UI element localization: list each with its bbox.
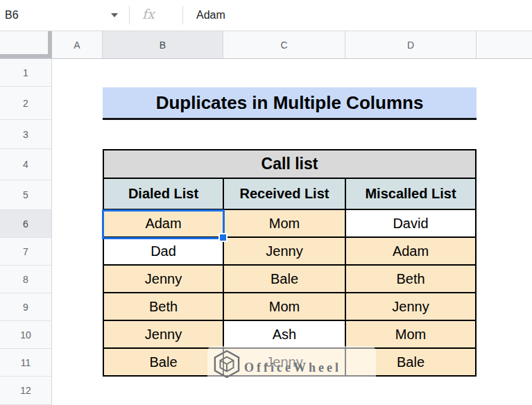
table-cell[interactable]: Jenny (104, 321, 223, 347)
call-list-table: Call list Dialed List Received List Misc… (103, 149, 477, 377)
divider (182, 6, 183, 24)
table-cell[interactable]: Adam (104, 210, 223, 236)
table-cell[interactable]: Ash (224, 321, 345, 347)
row-header-11[interactable]: 11 (0, 349, 52, 377)
formula-bar: B6 fx Adam (0, 0, 532, 31)
table-column-header[interactable]: Received List (224, 179, 345, 209)
column-header-e[interactable] (477, 31, 532, 58)
table-cell[interactable]: Mom (224, 210, 345, 236)
name-box-dropdown-icon[interactable] (111, 13, 118, 17)
table-cell[interactable]: Dad (104, 238, 223, 264)
table-cell[interactable]: Beth (104, 293, 223, 320)
column-header-a[interactable]: A (52, 31, 103, 58)
table-cell[interactable]: Jenny (346, 293, 475, 320)
row-header-7[interactable]: 7 (0, 238, 52, 266)
table-cell[interactable]: Mom (224, 293, 345, 320)
table-cell[interactable]: Mom (346, 321, 475, 347)
officewheel-watermark: OfficeWheel (207, 346, 376, 382)
row-header-5[interactable]: 5 (0, 180, 52, 210)
row-header-12[interactable]: 12 (0, 377, 52, 405)
table-cell[interactable]: Beth (346, 266, 475, 292)
row-header-10[interactable]: 10 (0, 321, 52, 349)
column-header-b[interactable]: B (103, 31, 223, 58)
name-box[interactable]: B6 (0, 0, 110, 31)
column-header-row: A B C D (0, 31, 532, 59)
row-header-4[interactable]: 4 (0, 149, 52, 180)
row-header-9[interactable]: 9 (0, 293, 52, 321)
table-cell[interactable]: Bale (104, 349, 223, 375)
row-header-1[interactable]: 1 (0, 59, 52, 87)
row-header-6[interactable]: 6 (0, 210, 52, 238)
row-header-column: 1 2 3 4 5 6 7 8 9 10 11 12 (0, 59, 52, 405)
formula-input[interactable]: Adam (196, 0, 225, 31)
cell-reference: B6 (5, 9, 19, 21)
table-cell[interactable]: Jenny (104, 266, 223, 292)
row-header-3[interactable]: 3 (0, 120, 52, 149)
divider (129, 6, 130, 24)
spreadsheet-app: B6 fx Adam A B C D 1 2 3 4 5 6 7 8 9 10 … (0, 0, 532, 405)
table-cell[interactable]: Jenny (224, 238, 345, 264)
officewheel-logo-icon (214, 350, 240, 379)
fill-handle[interactable] (218, 233, 228, 242)
title-cell[interactable]: Duplicates in Multiple Columns (103, 87, 477, 120)
table-column-header[interactable]: Miscalled List (346, 179, 475, 209)
select-all-corner[interactable] (0, 31, 52, 58)
table-cell[interactable]: Bale (224, 266, 345, 292)
table-cell[interactable]: Adam (346, 238, 475, 264)
officewheel-text: OfficeWheel (244, 361, 341, 375)
row-header-2[interactable]: 2 (0, 87, 52, 120)
table-title-cell[interactable]: Call list (104, 150, 475, 178)
row-header-8[interactable]: 8 (0, 266, 52, 293)
column-header-c[interactable]: C (223, 31, 345, 58)
table-column-header[interactable]: Dialed List (104, 179, 223, 209)
column-header-d[interactable]: D (345, 31, 477, 58)
fx-icon: fx (142, 6, 155, 21)
table-cell[interactable]: David (346, 210, 475, 236)
